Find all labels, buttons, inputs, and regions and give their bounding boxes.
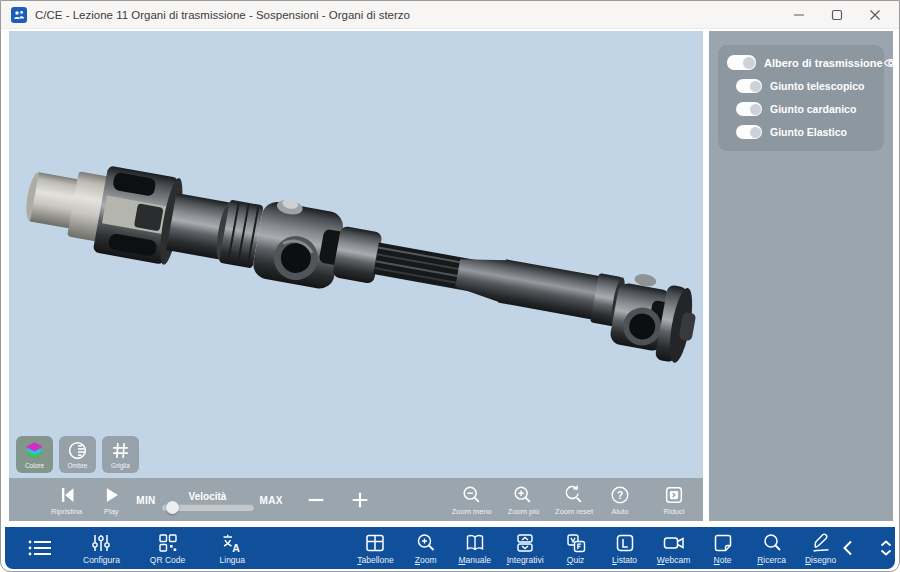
play-icon <box>100 484 122 506</box>
velocita-label: Velocità <box>189 491 227 502</box>
zoom-in-button[interactable]: Zoom più <box>508 484 539 516</box>
telescopico-label: Giunto telescopico <box>770 80 865 92</box>
configura-button[interactable]: Configura <box>83 532 120 565</box>
layer-row-telescopico: Giunto telescopico <box>727 79 875 93</box>
zoom-reset-label: Zoom reset <box>555 507 593 516</box>
speed-slider-knob[interactable] <box>166 501 179 514</box>
ripristina-label: Ripristina <box>51 507 82 516</box>
max-label: MAX <box>260 495 283 506</box>
sliders-icon <box>90 532 112 554</box>
zoom-in-label: Zoom più <box>508 507 539 516</box>
display-mode-buttons: Colore Ombre Griglia <box>16 436 139 473</box>
ripristina-button[interactable]: Ripristina <box>51 484 82 516</box>
colore-button[interactable]: Colore <box>16 436 53 473</box>
help-label: Aiuto <box>611 507 628 516</box>
open-book-icon <box>464 532 486 554</box>
video-camera-icon <box>662 532 686 554</box>
note-page-icon <box>712 532 734 554</box>
zoom-reset-button[interactable]: Zoom reset <box>555 484 593 516</box>
lingua-button[interactable]: A Lingua <box>215 532 249 565</box>
window-title: C/CE - Lezione 11 Organi di trasmissione… <box>35 9 410 21</box>
webcam-label: Webcam <box>657 555 690 565</box>
layer-row-elastico: Giunto Elastico <box>727 125 875 139</box>
close-button[interactable] <box>869 9 881 21</box>
menu-list-button[interactable] <box>27 537 53 559</box>
letter-l-icon <box>614 532 636 554</box>
zoom-label: Zoom <box>415 555 437 565</box>
maximize-button[interactable] <box>831 9 843 21</box>
disegno-button[interactable]: Disegno <box>804 532 838 565</box>
min-label: MIN <box>136 495 155 506</box>
svg-text:?: ? <box>617 489 623 500</box>
help-icon: ? <box>609 484 631 506</box>
listato-label: Listato <box>612 555 637 565</box>
play-button[interactable]: Play <box>100 484 122 516</box>
layer-row-cardanico: Giunto cardanico <box>727 102 875 116</box>
lingua-label: Lingua <box>220 555 246 565</box>
stacked-cards-icon <box>514 532 536 554</box>
reduce-button[interactable]: Riduci <box>663 484 685 516</box>
qr-code-icon <box>157 532 179 554</box>
griglia-label: Griglia <box>111 462 130 469</box>
elastico-toggle[interactable] <box>736 125 762 139</box>
ombre-button[interactable]: Ombre <box>59 436 96 473</box>
albero-toggle[interactable] <box>727 55 756 70</box>
note-label: Note <box>714 555 732 565</box>
grid-icon <box>109 439 132 462</box>
configura-label: Configura <box>83 555 120 565</box>
manuale-button[interactable]: Manuale <box>458 532 492 565</box>
true-false-icon <box>565 532 587 554</box>
listato-button[interactable]: Listato <box>608 532 642 565</box>
speed-increase-button[interactable] <box>349 489 371 511</box>
app-logo-icon <box>11 7 27 23</box>
speed-decrease-button[interactable] <box>305 489 327 511</box>
eye-icon[interactable] <box>883 57 899 69</box>
elastico-label: Giunto Elastico <box>770 126 847 138</box>
plus-icon <box>349 489 371 511</box>
minimize-button[interactable] <box>793 9 805 21</box>
ombre-label: Ombre <box>68 462 88 469</box>
app-window: C/CE - Lezione 11 Organi di trasmissione… <box>0 0 900 572</box>
chevron-left-icon <box>838 537 858 559</box>
zoom-out-button[interactable]: Zoom meno <box>452 484 492 516</box>
title-bar: C/CE - Lezione 11 Organi di trasmissione… <box>1 1 899 29</box>
ricerca-label: Ricerca <box>757 555 786 565</box>
integrativi-button[interactable]: Integrativi <box>507 532 544 565</box>
expand-collapse-button[interactable] <box>875 537 897 559</box>
svg-text:A: A <box>233 541 241 553</box>
speed-slider[interactable] <box>162 504 254 511</box>
ricerca-button[interactable]: Ricerca <box>755 532 789 565</box>
webcam-button[interactable]: Webcam <box>657 532 691 565</box>
zoom-reset-icon <box>563 484 585 506</box>
skip-start-icon <box>56 484 78 506</box>
help-button[interactable]: ? Aiuto <box>609 484 631 516</box>
tabellone-button[interactable]: Tabellone <box>357 532 393 565</box>
zoom-out-label: Zoom meno <box>452 507 492 516</box>
reduce-icon <box>663 484 685 506</box>
qr-code-label: QR Code <box>150 555 185 565</box>
cardanico-toggle[interactable] <box>736 102 762 116</box>
play-label: Play <box>104 507 119 516</box>
right-side-panel: Albero di trasmissione Giunto telescopic… <box>709 31 893 521</box>
speed-slider-group: MIN Velocità MAX <box>136 491 282 511</box>
griglia-button[interactable]: Griglia <box>102 436 139 473</box>
disegno-label: Disegno <box>805 555 836 565</box>
zoom-controls: Zoom meno Zoom più Zoo <box>452 484 689 516</box>
cardanico-label: Giunto cardanico <box>770 103 856 115</box>
zoom-in-icon <box>512 484 534 506</box>
3d-viewport[interactable]: Colore Ombre Griglia <box>9 31 703 521</box>
quiz-label: Quiz <box>567 555 585 565</box>
colore-label: Colore <box>25 462 44 469</box>
tabellone-label: Tabellone <box>357 555 393 565</box>
reduce-label: Riduci <box>664 507 685 516</box>
previous-button[interactable] <box>838 537 858 559</box>
quiz-button[interactable]: Quiz <box>559 532 593 565</box>
qr-code-button[interactable]: QR Code <box>150 532 185 565</box>
albero-label: Albero di trasmissione <box>764 57 883 69</box>
zoom-button[interactable]: Zoom <box>409 532 443 565</box>
list-icon <box>27 537 53 559</box>
layer-row-albero: Albero di trasmissione <box>727 55 875 70</box>
board-grid-icon <box>364 532 386 554</box>
telescopico-toggle[interactable] <box>736 79 762 93</box>
note-button[interactable]: Note <box>706 532 740 565</box>
